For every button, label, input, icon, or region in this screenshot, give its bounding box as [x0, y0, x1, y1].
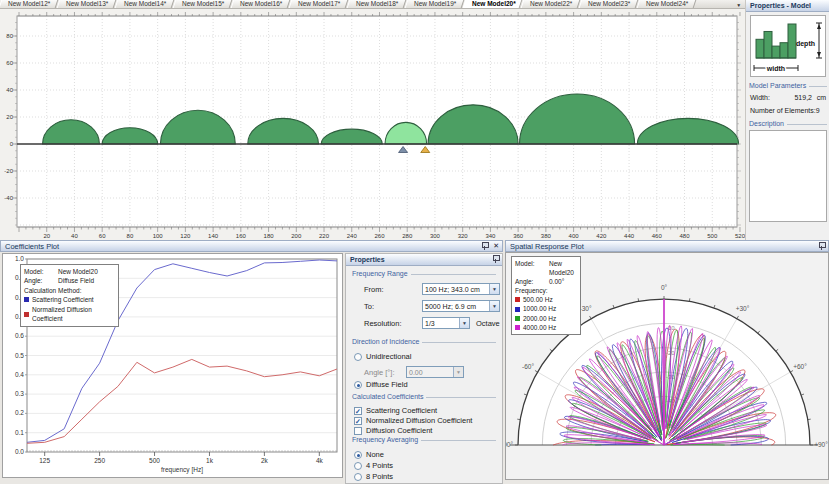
- svg-text:frequency [Hz]: frequency [Hz]: [161, 466, 203, 474]
- geometry-canvas[interactable]: 806040200-20-402040608010012014016018020…: [0, 9, 745, 240]
- tab-new-model20[interactable]: New Model20*: [463, 0, 523, 8]
- unidirectional-option[interactable]: Unidirectional: [354, 352, 411, 361]
- model-parameters-header: Model Parameters: [746, 82, 829, 89]
- angle-row: Angle [°]: 0.00 ▼: [364, 366, 464, 378]
- calculated-coefficients-header: Calculated Coefficients: [349, 393, 499, 400]
- tab-new-model15[interactable]: New Model15*: [173, 0, 233, 8]
- radio-button[interactable]: [354, 473, 362, 481]
- svg-text:width: width: [766, 65, 785, 72]
- diffuse-field-radio[interactable]: [354, 381, 362, 389]
- description-field[interactable]: [749, 130, 827, 222]
- to-combobox[interactable]: 5000 Hz; 6.9 cm ▼: [422, 300, 500, 312]
- svg-text:125: 125: [39, 457, 50, 464]
- angle-combobox[interactable]: 0.00 ▼: [406, 366, 464, 378]
- averaging-option-4-points[interactable]: 4 Points: [354, 461, 393, 470]
- svg-text:2k: 2k: [261, 457, 269, 464]
- radio-button[interactable]: [354, 451, 362, 459]
- svg-text:120: 120: [180, 233, 191, 239]
- frequency-range-header-text: Frequency Range: [352, 270, 408, 277]
- tab-new-model18[interactable]: New Model18*: [347, 0, 407, 8]
- spatial-legend-angle-label: Angle:: [515, 277, 549, 286]
- elements-label: Number of Elements:: [750, 106, 816, 115]
- spatial-pin-icon[interactable]: [818, 242, 825, 250]
- from-dropdown-icon[interactable]: ▼: [489, 284, 499, 294]
- svg-text:240: 240: [347, 233, 358, 239]
- coefficient-option-scattering-coefficient[interactable]: ✓Scattering Coefficient: [354, 406, 437, 415]
- svg-text:200: 200: [291, 233, 302, 239]
- radio-button[interactable]: [354, 462, 362, 470]
- resolution-combobox[interactable]: 1/3 ▼: [422, 317, 470, 329]
- from-combobox[interactable]: 100 Hz; 343.0 cm ▼: [422, 283, 500, 295]
- to-dropdown-icon[interactable]: ▼: [489, 301, 499, 311]
- svg-text:180: 180: [264, 233, 275, 239]
- width-label: Width:: [750, 93, 770, 102]
- coefficients-plot-titlebar: Coefficients Plot ✕: [0, 240, 503, 252]
- svg-text:380: 380: [541, 233, 552, 239]
- svg-text:4k: 4k: [316, 457, 324, 464]
- svg-text:+30°: +30°: [736, 305, 750, 312]
- diffuse-field-label: Diffuse Field: [366, 380, 408, 389]
- spatial-legend-entry: 4000.00 Hz: [515, 323, 577, 332]
- legend-angle-label: Angle:: [24, 276, 58, 285]
- tab-new-model22[interactable]: New Model22*: [521, 0, 581, 8]
- spatial-chart: 0°+30°+60°+90°-30°-60°-90°-10-20-30-40-5…: [505, 252, 829, 480]
- svg-text:520: 520: [735, 233, 745, 239]
- legend-swatch: [24, 297, 29, 302]
- diffuse-field-option[interactable]: Diffuse Field: [354, 380, 408, 389]
- svg-text:340: 340: [485, 233, 496, 239]
- angle-dropdown-icon[interactable]: ▼: [453, 367, 463, 377]
- svg-text:0.2: 0.2: [15, 409, 24, 416]
- app-window: New Model12*New Model13*New Model14*New …: [0, 0, 829, 484]
- from-label: From:: [364, 285, 422, 294]
- resolution-unit-label: Octave: [476, 319, 500, 328]
- properties-pin-icon[interactable]: [492, 255, 499, 263]
- svg-text:0°: 0°: [661, 284, 668, 291]
- unidirectional-label: Unidirectional: [366, 352, 411, 361]
- coefficients-legend: Model:New Model20 Angle:Diffuse Field Ca…: [20, 264, 119, 327]
- svg-text:depth: depth: [796, 40, 815, 48]
- svg-text:+60°: +60°: [793, 363, 807, 370]
- tab-new-model19[interactable]: New Model19*: [405, 0, 465, 8]
- svg-text:-30°: -30°: [580, 305, 592, 312]
- coefficients-chart: 0.00.10.20.30.40.50.60.70.80.91.01252505…: [2, 253, 343, 478]
- spatial-legend-entry-label: 2000.00 Hz: [523, 314, 556, 323]
- tab-new-model13[interactable]: New Model13*: [57, 0, 117, 8]
- svg-text:0.1: 0.1: [15, 429, 24, 436]
- checkbox[interactable]: ✓: [354, 417, 362, 425]
- tab-new-model16[interactable]: New Model16*: [231, 0, 291, 8]
- model-properties-panel: Properties - Model depthwidth Model Para…: [745, 0, 829, 240]
- coefficients-pin-icon[interactable]: [481, 242, 488, 250]
- checkbox[interactable]: ✓: [354, 407, 362, 415]
- model-panel-title-text: Properties - Model: [750, 2, 811, 9]
- coef-series-normalized-diffusion: [27, 359, 337, 443]
- tab-new-model12[interactable]: New Model12*: [0, 0, 58, 8]
- averaging-option-none[interactable]: None: [354, 450, 384, 459]
- coefficient-option-diffusion-coefficient[interactable]: Diffusion Coefficient: [354, 426, 432, 435]
- unidirectional-radio[interactable]: [354, 353, 362, 361]
- tab-overflow-icon[interactable]: ▼: [736, 2, 741, 8]
- spatial-legend-entry-label: 500.00 Hz: [523, 295, 553, 304]
- coefficient-option-normalized-diffusion-coefficient[interactable]: ✓Normalized Diffusion Coefficient: [354, 416, 472, 425]
- tab-new-model23[interactable]: New Model23*: [579, 0, 639, 8]
- svg-text:360: 360: [513, 233, 524, 239]
- frequency-averaging-header: Frequency Averaging: [349, 436, 499, 443]
- tab-new-model24[interactable]: New Model24*: [637, 0, 697, 8]
- model-panel-title: Properties - Model: [746, 0, 829, 12]
- resolution-dropdown-icon[interactable]: ▼: [459, 318, 469, 328]
- checkbox[interactable]: [354, 427, 362, 435]
- spatial-legend: Model:New Model20 Angle:0.00° Frequency:…: [511, 256, 581, 335]
- svg-text:250: 250: [94, 457, 105, 464]
- resolution-value: 1/3: [423, 320, 459, 327]
- tab-new-model17[interactable]: New Model17*: [289, 0, 349, 8]
- averaging-option-8-points[interactable]: 8 Points: [354, 472, 393, 481]
- svg-text:60: 60: [6, 60, 13, 66]
- spatial-plot-titlebar: Spatial Response Plot: [505, 240, 829, 252]
- coefficients-close-icon[interactable]: ✕: [493, 242, 499, 250]
- legend-method-label: Calculation Method:: [24, 286, 115, 295]
- spatial-legend-entry: 2000.00 Hz: [515, 314, 577, 323]
- svg-text:40: 40: [6, 87, 13, 93]
- frequency-range-header: Frequency Range: [349, 270, 499, 277]
- tab-new-model14[interactable]: New Model14*: [115, 0, 175, 8]
- svg-text:460: 460: [652, 233, 663, 239]
- spatial-legend-entry-label: 1000.00 Hz: [523, 304, 556, 313]
